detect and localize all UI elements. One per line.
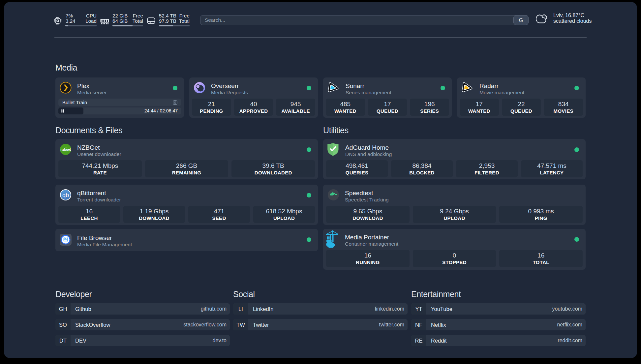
- svg-text:qb: qb: [62, 192, 69, 198]
- svg-text:nzbget: nzbget: [60, 147, 71, 151]
